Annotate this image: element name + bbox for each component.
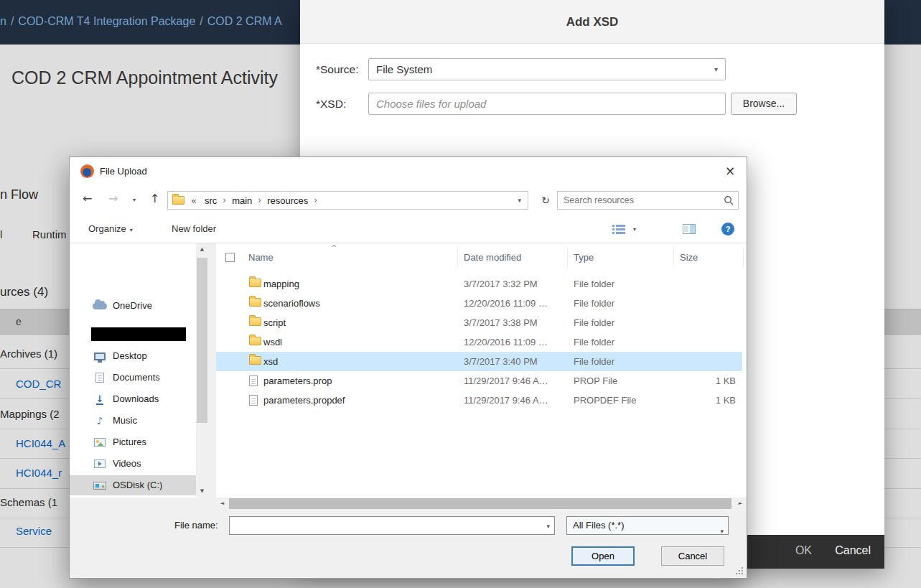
cancel-button[interactable]: Cancel xyxy=(835,544,871,557)
resize-grip[interactable] xyxy=(742,573,743,574)
file-type: File folder xyxy=(574,298,614,309)
file-date: 11/29/2017 9:46 A… xyxy=(464,395,548,406)
new-folder-button[interactable]: New folder xyxy=(172,223,216,234)
help-icon[interactable]: ? xyxy=(721,223,734,235)
ok-button[interactable]: OK xyxy=(795,544,812,557)
firefox-icon xyxy=(80,164,94,178)
file-upload-window: File Upload × ← → ▾ ↑ « src › main › res… xyxy=(69,157,747,579)
sidebar-item-label: Desktop xyxy=(113,350,147,361)
sidebar-item-downloads[interactable]: ↓ Downloads xyxy=(70,389,196,409)
file-row-parameters-propdef[interactable]: parameters.propdef 11/29/2017 9:46 A… PR… xyxy=(216,391,742,410)
file-type-value: All Files (*.*) xyxy=(573,520,625,531)
forward-button[interactable]: → xyxy=(108,192,118,205)
file-list: Name ^ Date modified Type Size mapping 3… xyxy=(216,243,747,498)
scroll-right-icon[interactable]: ► xyxy=(734,498,747,510)
column-header-size[interactable]: Size xyxy=(674,248,744,267)
change-view-icon[interactable] xyxy=(612,224,625,236)
address-bar[interactable]: « src › main › resources › ▾ xyxy=(167,191,528,210)
file-row-mapping[interactable]: mapping 3/7/2017 3:32 PM File folder xyxy=(216,274,742,294)
scrollbar-thumb[interactable] xyxy=(197,258,207,423)
cancel-button[interactable]: Cancel xyxy=(661,546,724,566)
address-dropdown-icon[interactable]: ▾ xyxy=(518,197,521,204)
redacted-sidebar-item[interactable] xyxy=(91,327,186,341)
address-segment-main[interactable]: main xyxy=(229,195,255,206)
file-row-scenarioflows[interactable]: scenarioflows 12/20/2016 11:09 … File fo… xyxy=(216,294,742,313)
file-type: File folder xyxy=(574,317,614,328)
file-date: 12/20/2016 11:09 … xyxy=(464,298,548,309)
sidebar-item-label: OneDrive xyxy=(113,300,152,311)
scroll-left-icon[interactable]: ◄ xyxy=(216,498,228,510)
dialog-title: Add XSD xyxy=(300,0,884,44)
file-name-input[interactable] xyxy=(230,517,537,534)
sidebar-item-osdisk[interactable]: OSDisk (C:) xyxy=(70,475,196,495)
address-segment-resources[interactable]: resources xyxy=(264,195,311,206)
organize-button[interactable]: Organize▾ xyxy=(88,223,133,234)
pictures-icon xyxy=(92,437,108,448)
preview-pane-icon[interactable] xyxy=(683,224,696,236)
sidebar-item-music[interactable]: ♪ Music xyxy=(70,411,196,431)
sidebar-scrollbar[interactable]: ▲ ▼ xyxy=(196,243,208,498)
file-name: xsd xyxy=(263,356,278,367)
sidebar-item-desktop[interactable]: Desktop xyxy=(70,346,196,366)
column-header-date-modified[interactable]: Date modified xyxy=(458,248,568,267)
column-header-name[interactable]: Name ^ xyxy=(216,248,458,267)
file-date: 12/20/2016 11:09 … xyxy=(464,337,548,347)
browse-button[interactable]: Browse... xyxy=(731,93,797,115)
screen: n/COD-CRM T4 Integration Package/COD 2 C… xyxy=(0,0,921,588)
sidebar-item-label: Downloads xyxy=(113,393,159,404)
file-name: script xyxy=(263,317,286,328)
folder-icon xyxy=(249,279,261,287)
chevron-right-icon[interactable]: › xyxy=(220,195,229,205)
navigation-bar: ← → ▾ ↑ « src › main › resources › ▾ ↻ xyxy=(70,185,747,215)
file-date: 3/7/2017 3:32 PM xyxy=(464,279,538,289)
view-dropdown-icon[interactable]: ▾ xyxy=(630,226,636,233)
history-dropdown-icon[interactable]: ▾ xyxy=(133,197,136,203)
file-row-script[interactable]: script 3/7/2017 3:38 PM File folder xyxy=(216,313,742,332)
file-row-parameters-prop[interactable]: parameters.prop 11/29/2017 9:46 A… PROP … xyxy=(216,371,742,391)
back-button[interactable]: ← xyxy=(83,192,92,205)
file-type-select[interactable]: All Files (*.*) ▾ xyxy=(566,516,729,535)
file-date: 11/29/2017 9:46 A… xyxy=(464,375,548,386)
up-button[interactable]: ↑ xyxy=(150,192,159,205)
file-name: parameters.propdef xyxy=(263,395,345,406)
file-type: File folder xyxy=(574,356,614,367)
refresh-icon[interactable]: ↻ xyxy=(537,191,554,210)
sidebar-item-label: Documents xyxy=(113,372,160,383)
xsd-label: *XSD: xyxy=(316,98,346,111)
sidebar-item-documents[interactable]: Documents xyxy=(70,368,196,388)
sidebar-item-pictures[interactable]: Pictures xyxy=(70,432,196,452)
window-title: File Upload xyxy=(100,166,147,177)
source-select[interactable]: File System ▾ xyxy=(368,58,726,80)
sort-ascending-icon: ^ xyxy=(331,244,337,252)
open-button[interactable]: Open xyxy=(571,546,635,566)
file-name: wsdl xyxy=(263,337,282,347)
chevron-right-icon[interactable]: › xyxy=(311,195,320,205)
window-titlebar[interactable]: File Upload × xyxy=(70,157,747,185)
file-row-wsdl[interactable]: wsdl 12/20/2016 11:09 … File folder xyxy=(216,332,742,352)
downloads-icon: ↓ xyxy=(92,393,108,405)
column-header-type[interactable]: Type xyxy=(568,248,674,267)
file-icon xyxy=(249,395,258,406)
file-name: mapping xyxy=(263,279,299,289)
scrollbar-thumb[interactable] xyxy=(229,498,731,509)
scroll-up-icon[interactable]: ▲ xyxy=(196,243,208,256)
chevron-down-icon: ▾ xyxy=(126,227,133,233)
sidebar-item-onedrive[interactable]: OneDrive xyxy=(70,296,196,316)
search-input[interactable] xyxy=(558,192,720,209)
chevron-right-icon[interactable]: › xyxy=(255,195,264,205)
close-icon[interactable]: × xyxy=(714,157,747,185)
chevron-down-icon[interactable]: ▾ xyxy=(546,523,550,530)
file-icon xyxy=(249,375,258,386)
file-row-xsd-selected[interactable]: xsd 3/7/2017 3:40 PM File folder xyxy=(216,352,742,371)
breadcrumb-overflow-icon[interactable]: « xyxy=(184,195,202,206)
search-box xyxy=(557,191,739,210)
file-name: parameters.prop xyxy=(263,375,332,386)
scroll-down-icon[interactable]: ▼ xyxy=(196,485,208,498)
xsd-file-input[interactable] xyxy=(368,93,726,115)
address-segment-src[interactable]: src xyxy=(202,195,220,206)
dialog-footer: File name: ▾ All Files (*.*) ▾ Open Canc… xyxy=(70,510,747,578)
horizontal-scrollbar[interactable]: ◄ ► xyxy=(216,498,747,510)
source-select-value: File System xyxy=(376,63,432,75)
folder-icon xyxy=(249,317,261,326)
sidebar-item-videos[interactable]: Videos xyxy=(70,454,196,474)
